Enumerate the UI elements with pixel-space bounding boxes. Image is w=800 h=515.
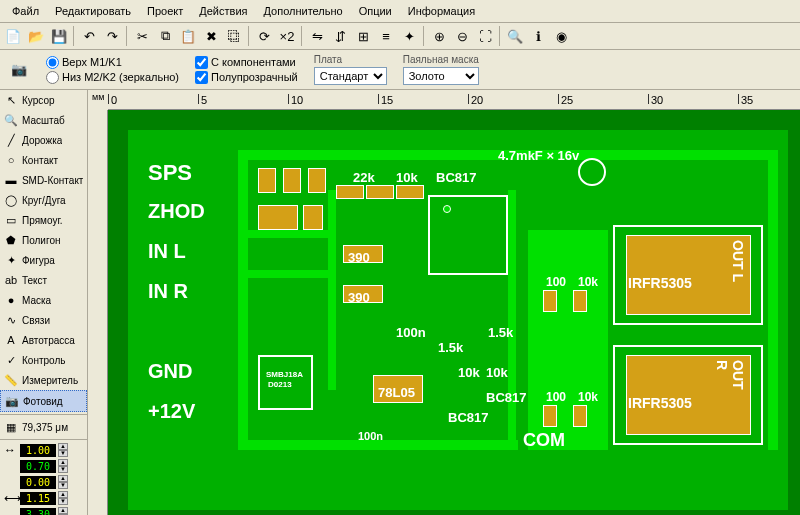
tool-polygon[interactable]: ⬟Полигон bbox=[0, 230, 87, 250]
silkscreen-text: 4.7mkF × 16v bbox=[498, 148, 579, 163]
tool-autoroute[interactable]: AАвтотрасса bbox=[0, 330, 87, 350]
translucent-check[interactable]: Полупрозрачный bbox=[195, 71, 298, 84]
tool-track[interactable]: ╱Дорожка bbox=[0, 130, 87, 150]
grid-icon: ▦ bbox=[4, 420, 18, 434]
mirror-h-button[interactable]: ⇋ bbox=[306, 25, 328, 47]
tool-photoview[interactable]: 📷Фотовид bbox=[0, 390, 87, 412]
silkscreen-text: 100 bbox=[546, 390, 566, 404]
main-toolbar: 📄📂💾↶↷✂⧉📋✖⿻⟳×2⇋⇵⊞≡✦⊕⊖⛶🔍ℹ◉ bbox=[0, 23, 800, 50]
soldermask-select[interactable]: Золото bbox=[403, 67, 479, 85]
circle-icon: ◯ bbox=[4, 193, 18, 207]
camera-icon[interactable]: 📷 bbox=[8, 59, 30, 81]
silkscreen-text: COM bbox=[523, 430, 565, 451]
duplicate-button[interactable]: ⿻ bbox=[223, 25, 245, 47]
layer-bottom-radio[interactable]: Низ M2/K2 (зеркально) bbox=[46, 71, 179, 84]
tool-cursor[interactable]: ↖Курсор bbox=[0, 90, 87, 110]
with-components-check[interactable]: С компонентами bbox=[195, 56, 298, 69]
zoom-fit-button[interactable]: ⛶ bbox=[474, 25, 496, 47]
tool-zoom[interactable]: 🔍Масштаб bbox=[0, 110, 87, 130]
group-button[interactable]: ⊞ bbox=[352, 25, 374, 47]
ruler-tick: 5 bbox=[198, 94, 207, 104]
tool-nets[interactable]: ∿Связи bbox=[0, 310, 87, 330]
tool-smd[interactable]: ▬SMD-Контакт bbox=[0, 170, 87, 190]
param-spinner-2[interactable]: 0.00▲▼ bbox=[0, 474, 87, 490]
tool-pad[interactable]: ○Контакт bbox=[0, 150, 87, 170]
param-spinner-3[interactable]: ⟷1.15▲▼ bbox=[0, 490, 87, 506]
tool-mask[interactable]: ●Маска bbox=[0, 290, 87, 310]
measure-icon: 📏 bbox=[4, 373, 18, 387]
menu-Опции[interactable]: Опции bbox=[351, 2, 400, 20]
file-save-button[interactable]: 💾 bbox=[48, 25, 70, 47]
silkscreen-text: 22k bbox=[353, 170, 375, 185]
info-button[interactable]: ℹ bbox=[527, 25, 549, 47]
silkscreen-text: SMBJ18A bbox=[266, 370, 303, 379]
silkscreen-text: 100n bbox=[396, 325, 426, 340]
canvas-wrap: мм 05101520253035 bbox=[88, 90, 800, 515]
silkscreen-text: 10k bbox=[578, 390, 598, 404]
silkscreen-text: GND bbox=[148, 360, 192, 383]
tool-measure[interactable]: 📏Измеритель bbox=[0, 370, 87, 390]
file-open-button[interactable]: 📂 bbox=[25, 25, 47, 47]
silkscreen-text: ZHOD bbox=[148, 200, 205, 223]
rotate-button[interactable]: ⟳ bbox=[253, 25, 275, 47]
nets-icon: ∿ bbox=[4, 313, 18, 327]
silkscreen-text: 10k bbox=[578, 275, 598, 289]
tool-rect[interactable]: ▭Прямоуг. bbox=[0, 210, 87, 230]
silkscreen-text: BC817 bbox=[448, 410, 488, 425]
silkscreen-text: 10k bbox=[396, 170, 418, 185]
menu-Редактировать[interactable]: Редактировать bbox=[47, 2, 139, 20]
file-new-button[interactable]: 📄 bbox=[2, 25, 24, 47]
paste-button[interactable]: 📋 bbox=[177, 25, 199, 47]
zoom-in-button[interactable]: ⊕ bbox=[428, 25, 450, 47]
tool-text[interactable]: abТекст bbox=[0, 270, 87, 290]
ruler-tick: 30 bbox=[648, 94, 663, 104]
delete-button[interactable]: ✖ bbox=[200, 25, 222, 47]
text-icon: ab bbox=[4, 273, 18, 287]
silkscreen-text: BC817 bbox=[486, 390, 526, 405]
copy-button[interactable]: ⧉ bbox=[154, 25, 176, 47]
render-button[interactable]: ◉ bbox=[550, 25, 572, 47]
silkscreen-text: 100n bbox=[358, 430, 383, 442]
grid-setting[interactable]: ▦ 79,375 μм bbox=[0, 417, 87, 437]
photoview-icon: 📷 bbox=[5, 394, 19, 408]
param-spinner-1[interactable]: 0.70▲▼ bbox=[0, 458, 87, 474]
tool-drc[interactable]: ✓Контроль bbox=[0, 350, 87, 370]
ruler-tick: 25 bbox=[558, 94, 573, 104]
zoom-out-button[interactable]: ⊖ bbox=[451, 25, 473, 47]
silkscreen-text: IN R bbox=[148, 280, 188, 303]
cut-button[interactable]: ✂ bbox=[131, 25, 153, 47]
rect-icon: ▭ bbox=[4, 213, 18, 227]
param-spinner-0[interactable]: ↔1.00▲▼ bbox=[0, 442, 87, 458]
tool-circle[interactable]: ◯Круг/Дуга bbox=[0, 190, 87, 210]
menubar: ФайлРедактироватьПроектДействияДополните… bbox=[0, 0, 800, 23]
silkscreen-text: IRFR5305 bbox=[628, 395, 692, 411]
x2-button[interactable]: ×2 bbox=[276, 25, 298, 47]
menu-Файл[interactable]: Файл bbox=[4, 2, 47, 20]
menu-Действия[interactable]: Действия bbox=[191, 2, 255, 20]
menu-Проект[interactable]: Проект bbox=[139, 2, 191, 20]
silkscreen-text: 100 bbox=[546, 275, 566, 289]
view-options-bar: 📷 Верх M1/K1 Низ M2/K2 (зеркально) С ком… bbox=[0, 50, 800, 90]
menu-Информация[interactable]: Информация bbox=[400, 2, 483, 20]
snap-button[interactable]: ✦ bbox=[398, 25, 420, 47]
tool-panel: ↖Курсор🔍Масштаб╱Дорожка○Контакт▬SMD-Конт… bbox=[0, 90, 88, 515]
mask-icon: ● bbox=[4, 293, 18, 307]
redo-button[interactable]: ↷ bbox=[101, 25, 123, 47]
pad-icon: ○ bbox=[4, 153, 18, 167]
mask-label: Паяльная маска bbox=[403, 54, 479, 65]
search-button[interactable]: 🔍 bbox=[504, 25, 526, 47]
tool-shape[interactable]: ✦Фигура bbox=[0, 250, 87, 270]
pcb-canvas[interactable]: SPSZHODIN LIN RGND+12V22k10kBC8174.7mkF … bbox=[108, 110, 800, 515]
silkscreen-text: D0213 bbox=[268, 380, 292, 389]
ruler-tick: 10 bbox=[288, 94, 303, 104]
silkscreen-text: OUT R bbox=[714, 360, 746, 402]
board-select[interactable]: Стандарт bbox=[314, 67, 387, 85]
align-button[interactable]: ≡ bbox=[375, 25, 397, 47]
mirror-v-button[interactable]: ⇵ bbox=[329, 25, 351, 47]
pcb-board: SPSZHODIN LIN RGND+12V22k10kBC8174.7mkF … bbox=[128, 130, 788, 510]
undo-button[interactable]: ↶ bbox=[78, 25, 100, 47]
layer-top-radio[interactable]: Верх M1/K1 bbox=[46, 56, 179, 69]
menu-Дополнительно[interactable]: Дополнительно bbox=[255, 2, 350, 20]
ruler-tick: 0 bbox=[108, 94, 117, 104]
param-spinner-4[interactable]: 3.30▲▼ bbox=[0, 506, 87, 515]
